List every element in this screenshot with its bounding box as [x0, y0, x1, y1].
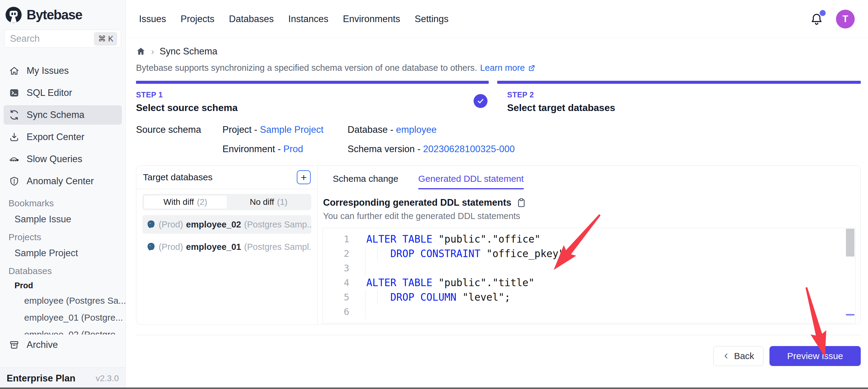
section-title-projects: Projects — [8, 232, 125, 242]
turtle-icon — [8, 155, 20, 164]
app-version: v2.3.0 — [96, 373, 119, 383]
sidebar-item-my-issues[interactable]: My Issues — [4, 61, 122, 80]
postgres-icon — [147, 242, 156, 251]
database-link[interactable]: employee — [396, 124, 436, 135]
brand-logo[interactable]: Bytebase — [0, 0, 125, 26]
ddl-tabs: Schema change Generated DDL statement — [333, 174, 861, 189]
search-input[interactable]: Search ⌘ K — [4, 30, 121, 48]
sidebar-item-slow-queries[interactable]: Slow Queries — [4, 149, 122, 169]
nav-item-instances[interactable]: Instances — [288, 13, 329, 25]
tab-generated-ddl[interactable]: Generated DDL statement — [418, 174, 524, 189]
sidebar-item-label: Export Center — [27, 132, 84, 142]
sidebar-item-archive[interactable]: Archive — [4, 336, 122, 354]
preview-issue-button[interactable]: Preview issue — [770, 346, 861, 366]
sidebar-item-database-employee-01[interactable]: employee_01 (Postgre... — [24, 311, 125, 324]
code-line: 1 ALTER TABLE "public"."office" — [323, 232, 855, 246]
avatar[interactable]: T — [836, 10, 855, 28]
sidebar-item-export-center[interactable]: Export Center — [4, 127, 122, 147]
sidebar-item-label: Anomaly Center — [27, 176, 94, 187]
sync-schema-card: Target databases + With diff (2) No diff… — [136, 165, 861, 325]
ddl-code-editor[interactable]: 1 ALTER TABLE "public"."office" 2 DROP C… — [322, 228, 856, 323]
target-databases-panel: Target databases + With diff (2) No diff… — [136, 166, 318, 324]
project-link[interactable]: Sample Project — [260, 124, 323, 135]
steps-row: STEP 1 Select source schema STEP 2 Selec… — [136, 90, 861, 113]
source-schema-label: Source schema — [136, 124, 222, 135]
sync-icon — [8, 110, 20, 120]
sidebar-item-label: My Issues — [27, 65, 69, 76]
plan-name: Enterprise Plan — [7, 373, 75, 384]
code-line: 6 — [323, 304, 855, 319]
tab-no-diff[interactable]: No diff (1) — [227, 195, 310, 209]
target-db-row-employee-01[interactable]: (Prod) employee_01 (Postgres Sampl... — [142, 238, 311, 256]
breadcrumb: › Sync Schema — [136, 46, 861, 57]
nav-item-databases[interactable]: Databases — [229, 13, 274, 25]
notification-bell-icon[interactable] — [810, 12, 823, 26]
nav-item-environments[interactable]: Environments — [343, 13, 400, 25]
terminal-icon — [8, 88, 20, 98]
database-list: employee (Postgres Sa... employee_01 (Po… — [0, 290, 125, 335]
page-title: Sync Schema — [160, 46, 217, 57]
top-navigation: Issues Projects Databases Instances Envi… — [126, 0, 868, 38]
chevron-right-icon: › — [151, 46, 154, 57]
plan-bar: Enterprise Plan v2.3.0 — [0, 367, 125, 389]
code-line: 5 DROP COLUMN "level"; — [323, 290, 855, 304]
sidebar-item-label: Sync Schema — [27, 110, 84, 120]
nav-item-projects[interactable]: Projects — [181, 13, 215, 25]
sidebar-item-database-employee[interactable]: employee (Postgres Sa... — [24, 294, 125, 307]
sidebar-item-sample-project[interactable]: Sample Project — [14, 248, 125, 259]
step2-progress-bar — [497, 81, 861, 84]
nav-item-settings[interactable]: Settings — [415, 13, 448, 25]
main-area: Issues Projects Databases Instances Envi… — [126, 0, 868, 389]
ddl-panel: Schema change Generated DDL statement Co… — [318, 166, 861, 324]
code-line: 2 DROP CONSTRAINT "office_pkey"; — [323, 246, 855, 261]
nav-menu: Issues Projects Databases Instances Envi… — [139, 13, 448, 25]
shield-icon — [8, 176, 20, 186]
notification-dot — [819, 10, 826, 16]
schema-version-link[interactable]: 20230628100325-000 — [423, 144, 515, 154]
ddl-subheading: You can further edit the generated DDL s… — [323, 211, 861, 221]
target-db-row-employee-02[interactable]: (Prod) employee_02 (Postgres Samp... — [142, 215, 311, 234]
tab-schema-change[interactable]: Schema change — [333, 174, 398, 189]
section-title-databases: Databases — [8, 266, 125, 276]
sidebar: Bytebase Search ⌘ K My Issues SQL Editor… — [0, 0, 126, 389]
back-button[interactable]: Back — [713, 346, 764, 366]
step2-label: STEP 2 — [507, 90, 861, 99]
window-bottom-edge — [0, 388, 868, 389]
code-line: 4 ALTER TABLE "public"."title" — [323, 275, 855, 290]
sidebar-item-sync-schema[interactable]: Sync Schema — [4, 105, 122, 124]
add-target-database-button[interactable]: + — [297, 170, 311, 184]
sidebar-menu: My Issues SQL Editor Sync Schema Export … — [4, 61, 122, 191]
search-shortcut: ⌘ K — [94, 32, 117, 46]
editor-overview-ruler-mark — [846, 314, 855, 315]
sidebar-item-label: SQL Editor — [27, 87, 72, 98]
sidebar-item-sample-issue[interactable]: Sample Issue — [14, 214, 125, 225]
external-link-icon — [527, 64, 536, 72]
learn-more-link[interactable]: Learn more — [480, 63, 535, 73]
ddl-heading: Corresponding generated DDL statements — [323, 197, 512, 208]
page-description: Bytebase supports synchronizing a specif… — [136, 63, 861, 73]
editor-scrollbar[interactable] — [846, 229, 855, 256]
home-icon[interactable] — [136, 47, 146, 56]
diff-filter-tabs: With diff (2) No diff (1) — [142, 194, 311, 210]
step-progress-bars — [136, 81, 861, 84]
environment-link[interactable]: Prod — [283, 144, 303, 154]
sidebar-item-label: Archive — [27, 339, 58, 350]
target-database-list: (Prod) employee_02 (Postgres Samp... (Pr… — [142, 215, 311, 256]
sidebar-item-sql-editor[interactable]: SQL Editor — [4, 83, 122, 103]
sidebar-item-anomaly-center[interactable]: Anomaly Center — [4, 171, 122, 191]
sidebar-item-database-employee-02[interactable]: employee_02 (Postgre — [24, 328, 125, 335]
search-placeholder: Search — [10, 33, 91, 44]
step-complete-check-icon — [473, 94, 488, 108]
database-group-prod: Prod — [14, 281, 125, 290]
download-icon — [8, 132, 20, 142]
home-icon — [8, 66, 20, 76]
brand-name: Bytebase — [27, 7, 82, 22]
source-schema-summary: Source schema Project - Sample Project D… — [136, 124, 861, 155]
step1-label: STEP 1 — [136, 90, 507, 99]
tab-with-diff[interactable]: With diff (2) — [144, 195, 227, 209]
step1-progress-bar — [136, 81, 489, 84]
section-title-bookmarks: Bookmarks — [8, 198, 125, 209]
copy-clipboard-icon[interactable] — [517, 197, 526, 208]
footer-actions: Back Preview issue — [136, 346, 861, 366]
nav-item-issues[interactable]: Issues — [139, 13, 166, 25]
